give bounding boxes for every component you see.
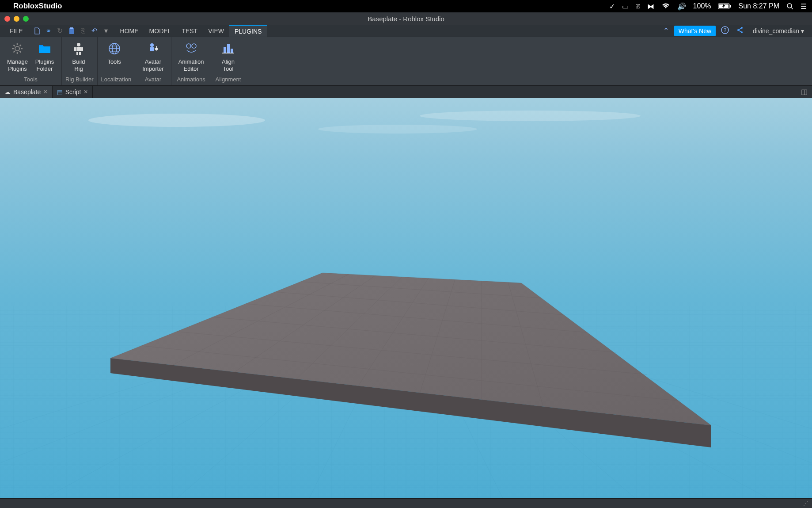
svg-line-12 <box>739 28 741 30</box>
tool-group-label: Localization <box>101 75 132 84</box>
rig-icon <box>71 41 87 57</box>
svg-rect-19 <box>81 47 83 51</box>
animation-editor-button[interactable]: AnimationEditor <box>175 39 208 75</box>
svg-rect-2 <box>730 5 731 8</box>
tool-group-label: Rig Builder <box>65 75 94 84</box>
svg-point-30 <box>192 44 196 48</box>
doc-tab-baseplate[interactable]: ☁ Baseplate × <box>0 86 53 98</box>
maximize-window-button[interactable] <box>23 16 29 22</box>
username[interactable]: divine_comedian ▾ <box>749 27 808 34</box>
globe-icon <box>106 41 122 57</box>
tab-view[interactable]: VIEW <box>203 25 229 37</box>
svg-rect-15 <box>39 46 50 53</box>
tool-group-label: Tools <box>4 75 58 84</box>
share-icon[interactable] <box>734 26 746 36</box>
tool-group-avatar: AvatarImporter Avatar <box>135 37 171 85</box>
resize-grip-icon[interactable]: ⋰ <box>803 500 808 507</box>
wifi-icon[interactable] <box>661 3 670 9</box>
tool-group-label: Alignment <box>215 75 241 84</box>
window-titlebar: Baseplate - Roblox Studio <box>0 12 812 25</box>
doc-tab-label: Baseplate <box>13 88 41 95</box>
file-menu[interactable]: FILE <box>4 25 28 37</box>
copy-icon[interactable]: ⎘ <box>79 27 87 35</box>
minimize-window-button[interactable] <box>14 16 19 22</box>
tool-group-label: Animations <box>175 75 208 84</box>
macos-status-icons: ✓ ▭ ⎚ ⧓ 🔊 100% Sun 8:27 PM ☰ <box>609 2 807 11</box>
align-tool-button[interactable]: AlignTool <box>215 39 241 75</box>
svg-point-14 <box>15 46 19 51</box>
svg-rect-21 <box>79 52 81 55</box>
macos-menubar: RobloxStudio ✓ ▭ ⎚ ⧓ 🔊 100% Sun 8:27 PM … <box>0 0 812 12</box>
localization-tools-button[interactable]: Tools <box>101 39 128 75</box>
datetime[interactable]: Sun 8:27 PM <box>739 2 780 10</box>
svg-rect-31 <box>224 47 226 53</box>
tab-test[interactable]: TEST <box>176 25 203 37</box>
quick-access-toolbar: ⚭ ↻ ⎘ ↶ ▾ <box>28 27 115 35</box>
bluetooth-icon[interactable]: ⧓ <box>647 2 654 11</box>
status-bar: ⋰ <box>0 498 812 508</box>
manage-plugins-button[interactable]: ManagePlugins <box>4 39 31 75</box>
svg-point-37 <box>420 111 641 121</box>
tab-model[interactable]: MODEL <box>144 25 177 37</box>
undo-icon[interactable]: ↶ <box>90 27 99 35</box>
plugins-folder-button[interactable]: PluginsFolder <box>31 39 58 75</box>
avatar-importer-button[interactable]: AvatarImporter <box>139 39 167 75</box>
panel-layout-icon[interactable]: ◫ <box>797 88 812 96</box>
redo-icon[interactable]: ↻ <box>56 27 65 35</box>
doc-tab-script[interactable]: ▤ Script × <box>53 86 93 98</box>
binoculars-icon[interactable]: ⚭ <box>44 27 53 35</box>
svg-text:?: ? <box>724 27 726 33</box>
display-icon[interactable]: ▭ <box>622 2 629 11</box>
battery-icon[interactable] <box>718 3 732 9</box>
traffic-lights <box>4 16 29 22</box>
svg-rect-18 <box>74 47 76 51</box>
svg-point-29 <box>186 44 191 48</box>
help-icon[interactable]: ? <box>719 26 731 36</box>
folder-icon <box>37 41 53 57</box>
ribbon-menu: FILE ⚭ ↻ ⎘ ↶ ▾ HOME MODEL TEST VIEW PLUG… <box>0 25 812 37</box>
animation-icon <box>183 41 199 57</box>
svg-point-38 <box>318 125 477 134</box>
svg-line-13 <box>739 31 741 32</box>
dropdown-icon[interactable]: ▾ <box>102 27 110 35</box>
collapse-ribbon-icon[interactable]: ⌃ <box>661 27 671 35</box>
paste-icon[interactable] <box>67 27 76 35</box>
svg-rect-28 <box>150 47 154 51</box>
svg-point-3 <box>787 4 792 8</box>
avatar-import-icon <box>145 41 161 57</box>
svg-rect-20 <box>76 52 78 55</box>
ribbon-tools: ManagePlugins PluginsFolder Tools BuildR… <box>0 37 812 86</box>
build-rig-button[interactable]: BuildRig <box>65 39 92 75</box>
close-window-button[interactable] <box>4 16 10 22</box>
tab-plugins[interactable]: PLUGINS <box>229 25 267 37</box>
svg-point-27 <box>150 43 154 47</box>
tool-group-label: Avatar <box>139 75 167 84</box>
window-title: Baseplate - Roblox Studio <box>368 15 444 23</box>
battery-percent[interactable]: 100% <box>693 2 711 10</box>
volume-icon[interactable]: 🔊 <box>677 2 686 11</box>
tool-group-rig-builder: BuildRig Rig Builder <box>62 37 98 85</box>
spotlight-icon[interactable] <box>786 3 793 10</box>
svg-rect-5 <box>69 28 74 34</box>
tool-group-tools: ManagePlugins PluginsFolder Tools <box>0 37 62 85</box>
svg-rect-6 <box>70 27 73 29</box>
svg-point-16 <box>77 43 80 46</box>
menu-icon[interactable]: ☰ <box>801 2 807 11</box>
tool-group-animations: AnimationEditor Animations <box>171 37 212 85</box>
3d-viewport[interactable] <box>0 98 812 498</box>
svg-line-4 <box>791 8 793 9</box>
close-tab-icon[interactable]: × <box>43 88 47 96</box>
new-file-icon[interactable] <box>33 27 42 35</box>
svg-rect-32 <box>227 44 230 53</box>
gear-icon <box>9 41 25 57</box>
app-name[interactable]: RobloxStudio <box>13 2 62 11</box>
svg-rect-17 <box>76 47 81 51</box>
svg-rect-33 <box>231 49 233 53</box>
whats-new-button[interactable]: What's New <box>674 26 716 36</box>
tool-group-localization: Tools Localization <box>98 37 136 85</box>
airplay-icon[interactable]: ⎚ <box>636 2 640 10</box>
tab-home[interactable]: HOME <box>115 25 144 37</box>
document-tabs: ☁ Baseplate × ▤ Script × ◫ <box>0 86 812 98</box>
checkmark-icon[interactable]: ✓ <box>609 2 615 11</box>
close-tab-icon[interactable]: × <box>83 88 87 96</box>
